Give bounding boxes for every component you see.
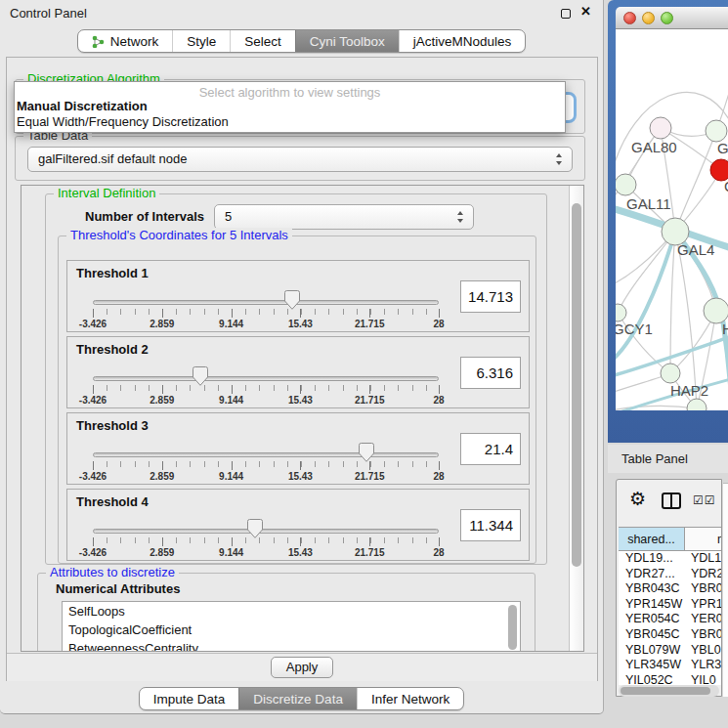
slider-major-ticks	[93, 309, 440, 318]
screen: Control Panel ✕ NetworkStyleSelectCyni T…	[0, 0, 728, 728]
list-scrollbar-thumb[interactable]	[508, 605, 517, 650]
group-title: Threshold's Coordinates for 5 Intervals	[66, 228, 292, 242]
slider-major-ticks	[93, 385, 440, 394]
network-node-label: GAL11	[626, 195, 671, 212]
slider-major-ticks	[93, 461, 440, 470]
numerical-attributes-list[interactable]: SelfLoopsTopologicalCoefficientBetweenne…	[62, 601, 521, 652]
slider-tick-label: 9.144	[219, 395, 243, 406]
threshold-panel: Threshold 1 -3.4262.8599.14415.4321.7152…	[66, 260, 530, 332]
attribute-list-item[interactable]: SelfLoops	[63, 602, 520, 621]
control-panel-titlebar: Control Panel ✕	[0, 0, 603, 25]
network-canvas[interactable]: GAL80GACGAL11GAL4GCY1HHAP2	[616, 29, 728, 410]
tab-label: jActiveMNodules	[413, 34, 512, 49]
horizontal-scrollbar[interactable]	[619, 685, 719, 697]
table-row[interactable]: YDR27...YDR2	[619, 567, 721, 582]
table-row[interactable]: YBL079WYBL0	[619, 643, 721, 659]
cell-shared-name: YBR045C	[625, 627, 680, 641]
table-row[interactable]: YBR045CYBR0	[619, 627, 721, 643]
apply-strip: Apply	[7, 653, 597, 681]
network-edge[interactable]	[670, 232, 675, 373]
table-data-select[interactable]: galFiltered.sif default node	[27, 147, 573, 172]
threshold-value-field[interactable]: 21.4	[460, 433, 521, 465]
network-node[interactable]	[616, 304, 626, 321]
tab-network[interactable]: Network	[78, 30, 173, 52]
attribute-list-item[interactable]: BetweennessCentrality	[63, 639, 520, 652]
close-icon[interactable]: ✕	[580, 4, 591, 19]
scrollbar-thumb[interactable]	[572, 203, 581, 567]
tab-select[interactable]: Select	[230, 30, 295, 52]
table-row[interactable]: YER054CYER0	[619, 612, 721, 627]
vertical-scrollbar[interactable]	[569, 186, 583, 651]
network-node[interactable]	[661, 364, 680, 383]
threshold-value-field[interactable]: 6.316	[460, 357, 521, 389]
tab-label: Style	[187, 34, 216, 49]
table-vertical-scrollbar-track[interactable]	[723, 483, 728, 697]
zoom-traffic-light[interactable]	[661, 12, 673, 24]
network-edge[interactable]	[618, 232, 675, 313]
cell-shared-name: YPR145W	[625, 597, 682, 611]
top-tab-bar: NetworkStyleSelectCyni ToolboxjActiveMNo…	[0, 29, 603, 53]
tab-infer-network[interactable]: Infer Network	[357, 688, 463, 709]
slider-tick-label: 21.715	[355, 471, 385, 482]
cell-name: YIL0	[691, 673, 716, 685]
tab-label: Cyni Toolbox	[310, 34, 385, 49]
table-row[interactable]: YBR043CYBR0	[619, 581, 721, 597]
tab-jactivemnodules[interactable]: jActiveMNodules	[399, 30, 526, 52]
table-row[interactable]: YPR145WYPR1	[619, 597, 721, 613]
threshold-value-field[interactable]: 14.713	[460, 280, 521, 313]
tab-discretize-data[interactable]: Discretize Data	[238, 688, 357, 709]
slider-thumb[interactable]	[359, 443, 374, 462]
select-columns-icon[interactable]: ☑☑	[693, 493, 716, 507]
slider-track[interactable]	[93, 300, 439, 305]
slider-thumb[interactable]	[247, 519, 263, 538]
network-node-label: GAL4	[677, 241, 714, 258]
table-data-selected-value: galFiltered.sif default node	[38, 148, 187, 171]
threshold-panel: Threshold 2 -3.4262.8599.14415.4321.7152…	[66, 336, 530, 408]
threshold-label: Threshold 1	[76, 266, 149, 280]
column-header-name[interactable]: na	[686, 528, 721, 550]
close-traffic-light[interactable]	[623, 12, 636, 24]
table-row[interactable]: YLR345WYLR3	[619, 658, 721, 673]
cell-name: YBR0	[691, 581, 721, 595]
numerical-attributes-label: Numerical Attributes	[56, 581, 180, 596]
slider-thumb[interactable]	[193, 366, 208, 386]
slider-thumb[interactable]	[284, 290, 300, 310]
slider-major-ticks	[93, 537, 440, 546]
slider-tick-label: -3.426	[79, 395, 107, 406]
table-row[interactable]: YDL19...YDL1	[619, 551, 721, 567]
tab-cyni-toolbox[interactable]: Cyni Toolbox	[295, 30, 399, 52]
cell-name: YBR0	[691, 627, 721, 641]
threshold-value-field[interactable]: 11.344	[460, 509, 521, 541]
window-title: Control Panel	[10, 6, 87, 21]
algorithm-dropdown-popup: Select algorithm to view settings Manual…	[14, 81, 566, 133]
tab-impute-data[interactable]: Impute Data	[140, 688, 239, 709]
apply-button[interactable]: Apply	[271, 657, 333, 678]
float-window-icon[interactable]	[561, 9, 571, 19]
split-columns-icon[interactable]	[662, 492, 681, 509]
slider-tick-label: -3.426	[79, 547, 107, 558]
network-node-label: H	[722, 321, 728, 337]
network-node[interactable]	[706, 120, 727, 142]
slider-track[interactable]	[93, 376, 439, 381]
attribute-list-item[interactable]: TopologicalCoefficient	[63, 621, 520, 639]
dropdown-header: Select algorithm to view settings	[15, 82, 565, 99]
network-edge[interactable]	[616, 232, 675, 364]
scrollbar-thumb[interactable]	[621, 687, 710, 695]
slider-tick-label: 28	[433, 319, 444, 329]
slider-track[interactable]	[93, 529, 439, 534]
slider-tick-label: 9.144	[219, 547, 243, 558]
number-of-intervals-select[interactable]: 5	[214, 204, 474, 230]
dropdown-option-equal-width-frequency[interactable]: Equal Width/Frequency Discretization	[15, 114, 565, 130]
network-node-label: GA	[717, 140, 728, 156]
gear-icon[interactable]: ⚙	[629, 488, 646, 510]
dropdown-option-manual-discretization[interactable]: Manual Discretization	[15, 99, 565, 114]
slider-track[interactable]	[93, 452, 439, 457]
minimize-traffic-light[interactable]	[642, 12, 655, 24]
column-header-shared-name[interactable]: shared...	[619, 528, 685, 550]
tab-style[interactable]: Style	[172, 30, 230, 52]
table-row[interactable]: YIL052CYIL0	[619, 673, 721, 685]
network-edge[interactable]	[675, 131, 716, 232]
network-node[interactable]	[650, 117, 671, 139]
network-node[interactable]	[616, 174, 636, 195]
network-node-label: HAP2	[670, 382, 708, 399]
